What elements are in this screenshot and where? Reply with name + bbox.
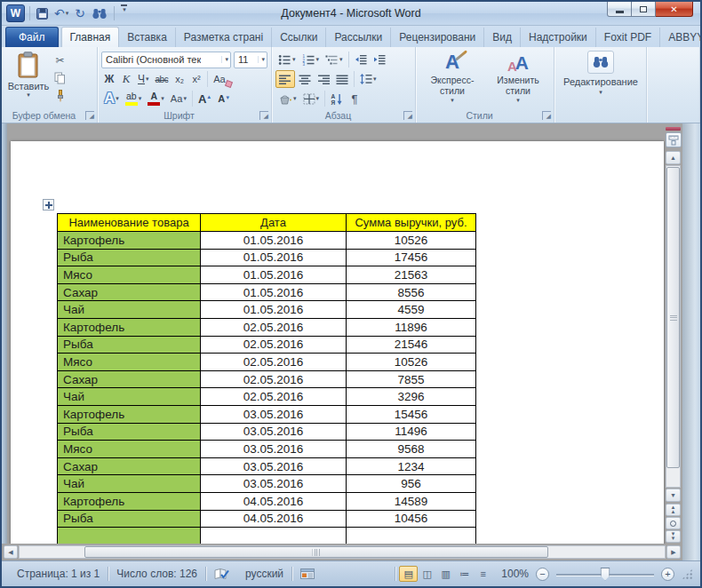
document-page[interactable]: Наименование товара Дата Сумма выручки, …	[11, 141, 664, 560]
horizontal-scroll-track[interactable]	[19, 545, 666, 559]
change-styles-button[interactable]: АА Изменить стили ▾	[485, 51, 551, 108]
table-cell[interactable]: Мясо	[58, 266, 201, 284]
scroll-down-button[interactable]: ▼	[666, 489, 681, 502]
table-cell[interactable]: 01.05.2016	[201, 283, 347, 301]
table-cell[interactable]: 9568	[347, 441, 476, 458]
table-cell[interactable]: 03.05.2016	[201, 423, 347, 441]
vertical-scroll-track[interactable]	[666, 165, 681, 488]
zoom-out-button[interactable]: −	[536, 568, 549, 581]
table-cell[interactable]: Мясо	[58, 354, 201, 371]
editing-button[interactable]: Редактирование ▾	[563, 51, 638, 96]
table-cell[interactable]: Картофель	[58, 405, 201, 423]
macro-record-button[interactable]	[292, 568, 323, 579]
table-cell[interactable]: Рыба	[58, 423, 201, 441]
subscript-button[interactable]: x₂	[172, 70, 187, 88]
table-cell[interactable]: 15456	[347, 405, 476, 423]
table-cell[interactable]: 8556	[347, 283, 476, 301]
tab-рассылки[interactable]: Рассылки	[326, 28, 391, 47]
zoom-slider-thumb[interactable]	[601, 568, 610, 581]
dialog-launcher-icon[interactable]: ◢	[542, 111, 551, 120]
restore-button[interactable]	[632, 2, 656, 17]
dialog-launcher-icon[interactable]: ◢	[85, 111, 94, 120]
tab-вид[interactable]: Вид	[484, 28, 521, 47]
view-full-screen-button[interactable]: ◫	[418, 566, 436, 582]
table-cell[interactable]: 02.05.2016	[201, 318, 347, 336]
line-spacing-button[interactable]: ▾	[357, 70, 379, 88]
table-cell[interactable]: 10456	[347, 510, 476, 528]
bullets-button[interactable]: ▾	[275, 51, 299, 68]
tab-abbyy-pdf-trans[interactable]: ABBYY PDF Trans	[660, 28, 702, 47]
tab-разметка-страні[interactable]: Разметка страні	[176, 28, 272, 47]
format-painter-button[interactable]	[52, 88, 68, 104]
scroll-up-button[interactable]: ▲	[666, 151, 681, 164]
table-cell[interactable]: 04.05.2016	[201, 492, 347, 510]
ruler-toggle-button[interactable]	[666, 132, 682, 147]
table-cell[interactable]: 03.05.2016	[201, 457, 347, 475]
table-cell[interactable]: 7855	[347, 370, 476, 388]
table-cell[interactable]: 1234	[347, 457, 476, 475]
table-cell[interactable]: Мясо	[58, 441, 201, 458]
table-cell[interactable]: Картофель	[58, 232, 201, 250]
highlight-button[interactable]: ab ▾	[123, 90, 145, 107]
superscript-button[interactable]: x²	[188, 70, 204, 88]
resize-grip[interactable]	[682, 568, 693, 580]
table-cell[interactable]: Чай	[58, 388, 201, 406]
table-cell[interactable]	[347, 528, 476, 545]
table-cell[interactable]: 3296	[347, 388, 476, 406]
tab-главная[interactable]: Главная	[61, 27, 120, 48]
view-outline-button[interactable]: ≔	[455, 566, 474, 582]
minimize-button[interactable]	[607, 2, 632, 17]
table-cell[interactable]: Чай	[58, 301, 201, 319]
numbering-button[interactable]: 123 ▾	[299, 51, 323, 68]
select-browse-object-button[interactable]	[666, 517, 681, 529]
next-page-button[interactable]: ▼▼	[666, 530, 681, 543]
table-cell[interactable]: Сахар	[58, 370, 201, 388]
dialog-launcher-icon[interactable]: ◢	[259, 111, 268, 120]
table-cell[interactable]: 956	[347, 475, 476, 493]
table-cell[interactable]: 14589	[347, 492, 476, 510]
find-button[interactable]	[90, 4, 109, 22]
table-cell[interactable]: 01.05.2016	[201, 249, 347, 266]
close-button[interactable]: ✕	[656, 2, 693, 17]
copy-button[interactable]	[52, 70, 68, 86]
split-handle[interactable]	[666, 127, 681, 131]
borders-button[interactable]: ▾	[300, 90, 323, 107]
italic-button[interactable]: К	[118, 70, 134, 88]
table-cell[interactable]: Чай	[58, 475, 201, 493]
table-cell[interactable]: 21563	[347, 266, 476, 284]
table-cell[interactable]	[58, 528, 201, 545]
zoom-slider[interactable]	[556, 568, 654, 581]
table-cell[interactable]: 04.05.2016	[201, 510, 347, 528]
table-cell[interactable]: 17456	[347, 249, 476, 266]
table-header-cell[interactable]: Дата	[201, 214, 347, 232]
table-cell[interactable]: 10526	[347, 354, 476, 371]
scroll-right-button[interactable]: ▶	[666, 545, 681, 559]
tab-ссылки[interactable]: Ссылки	[272, 28, 326, 47]
table-cell[interactable]: 01.05.2016	[201, 266, 347, 284]
tab-вставка[interactable]: Вставка	[119, 28, 176, 47]
change-case-button[interactable]: Аа▾	[168, 90, 189, 107]
table-move-handle-icon[interactable]	[43, 199, 54, 211]
table-cell[interactable]: Картофель	[58, 492, 201, 510]
view-web-layout-button[interactable]: ▥	[436, 566, 455, 582]
table-cell[interactable]: Сахар	[58, 457, 201, 475]
page-indicator[interactable]: Страница: 1 из 1	[9, 568, 108, 580]
table-cell[interactable]: 01.05.2016	[201, 232, 347, 250]
shading-button[interactable]: ▾	[275, 90, 299, 107]
tab-рецензировани[interactable]: Рецензировани	[391, 28, 484, 47]
cut-button[interactable]: ✂	[52, 52, 68, 68]
tab-file[interactable]: Файл	[5, 27, 59, 47]
align-left-button[interactable]	[275, 70, 295, 88]
font-name-combo[interactable]: Calibri (Основной тек ▾	[101, 52, 231, 68]
table-cell[interactable]: Сахар	[58, 283, 201, 301]
vertical-scroll-thumb[interactable]	[666, 167, 680, 468]
undo-button[interactable]: ↶▾	[52, 4, 70, 22]
table-cell[interactable]	[201, 528, 347, 545]
table-cell[interactable]: 10526	[347, 232, 476, 250]
language-indicator[interactable]: русский	[237, 568, 291, 580]
dialog-launcher-icon[interactable]: ◢	[403, 111, 412, 120]
font-size-combo[interactable]: 11 ▾	[234, 52, 267, 68]
text-effects-button[interactable]: А▾	[101, 90, 122, 107]
table-cell[interactable]: 21546	[347, 336, 476, 354]
table-cell[interactable]: 02.05.2016	[201, 336, 347, 354]
